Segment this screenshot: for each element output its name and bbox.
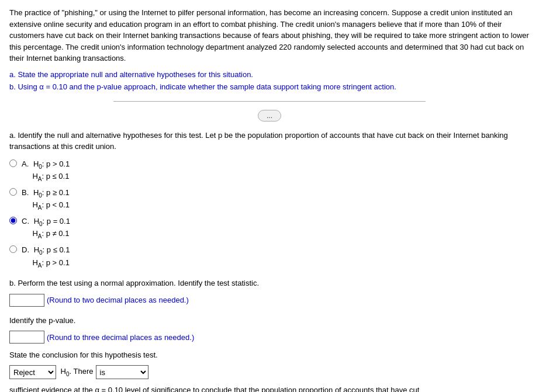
option-a-h0: H0: p > 0.1 bbox=[33, 158, 70, 171]
section-a-question: a. Identify the null and alternative hyp… bbox=[9, 130, 530, 152]
option-c-ha: HA: p ≠ 0.1 bbox=[24, 228, 69, 241]
option-b-h0: H0: p ≥ 0.1 bbox=[33, 187, 70, 200]
option-c-radio[interactable] bbox=[9, 217, 17, 224]
option-d-row: D. H0: p ≤ 0.1 HA: p > 0.1 bbox=[9, 244, 530, 269]
option-b-content: B. H0: p ≥ 0.1 HA: p < 0.1 bbox=[22, 187, 70, 212]
test-statistic-input[interactable] bbox=[9, 294, 44, 307]
identify-pvalue-label: Identify the p-value. bbox=[9, 315, 530, 327]
option-b-letter: B. bbox=[22, 187, 31, 199]
option-a-letter: A. bbox=[22, 158, 31, 170]
is-sufficient-dropdown[interactable]: is is not bbox=[96, 365, 148, 379]
hypothesis-options: A. H0: p > 0.1 HA: p ≤ 0.1 B. H0: p ≥ 0.… bbox=[9, 158, 530, 270]
option-b-ha: HA: p < 0.1 bbox=[24, 199, 70, 212]
option-b-row: B. H0: p ≥ 0.1 HA: p < 0.1 bbox=[9, 187, 530, 212]
option-d-content: D. H0: p ≤ 0.1 HA: p > 0.1 bbox=[22, 244, 70, 269]
option-c-h0: H0: p = 0.1 bbox=[34, 216, 70, 228]
part-b-question: b. Using α = 0.10 and the p-value approa… bbox=[9, 81, 530, 93]
reject-dropdown[interactable]: Reject Do not reject bbox=[9, 365, 56, 379]
pvalue-line: (Round to three decimal places as needed… bbox=[9, 331, 530, 344]
option-d-h0: H0: p ≤ 0.1 bbox=[34, 244, 70, 257]
round-two-note: (Round to two decimal places as needed.) bbox=[47, 296, 189, 304]
option-a-content: A. H0: p > 0.1 HA: p ≤ 0.1 bbox=[22, 158, 70, 183]
option-a-ha: HA: p ≤ 0.1 bbox=[24, 171, 69, 183]
ellipsis-button[interactable]: ... bbox=[258, 110, 281, 122]
round-three-note: (Round to three decimal places as needed… bbox=[47, 333, 194, 342]
intro-paragraph: The practice of "phishing," or using the… bbox=[9, 7, 530, 64]
part-b-perform-label: b. Perform the test using a normal appro… bbox=[9, 277, 530, 289]
option-a-row: A. H0: p > 0.1 HA: p ≤ 0.1 bbox=[9, 158, 530, 183]
part-a-question: a. State the appropriate null and altern… bbox=[9, 69, 530, 81]
option-c-content: C. H0: p = 0.1 HA: p ≠ 0.1 bbox=[22, 216, 70, 241]
option-c-row: C. H0: p = 0.1 HA: p ≠ 0.1 bbox=[9, 216, 530, 241]
option-c-letter: C. bbox=[22, 216, 32, 227]
section-divider bbox=[113, 101, 426, 102]
option-b-radio[interactable] bbox=[9, 188, 17, 196]
conclusion-row-1: Reject Do not reject H0. There is is not… bbox=[9, 364, 530, 392]
h0-there-label: H0. There bbox=[58, 364, 94, 380]
test-statistic-line: (Round to two decimal places as needed.) bbox=[9, 294, 530, 307]
option-d-radio[interactable] bbox=[9, 245, 17, 253]
conclusion-section: State the conclusion for this hypothesis… bbox=[9, 351, 530, 392]
option-d-letter: D. bbox=[22, 244, 32, 256]
option-a-radio[interactable] bbox=[9, 159, 17, 167]
pvalue-input[interactable] bbox=[9, 331, 44, 344]
option-d-ha: HA: p > 0.1 bbox=[24, 257, 70, 270]
sufficient-text: sufficient evidence at the α = 0.10 leve… bbox=[9, 383, 419, 392]
conclusion-label: State the conclusion for this hypothesis… bbox=[9, 351, 530, 359]
